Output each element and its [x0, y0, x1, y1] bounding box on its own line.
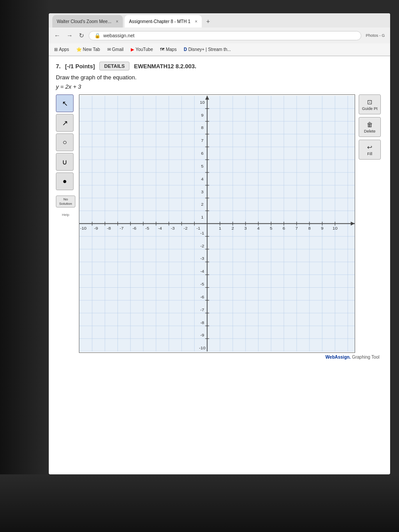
- svg-text:6: 6: [283, 226, 286, 231]
- point-tool[interactable]: ●: [56, 172, 74, 190]
- tab-assignment-label: Assignment-Chapter 8 - MTH 1: [129, 19, 190, 24]
- bookmark-gmail-label: Gmail: [112, 47, 124, 52]
- line-icon: ↗: [62, 119, 68, 127]
- svg-text:-8: -8: [107, 226, 111, 231]
- browser-chrome: Walter Cloud's Zoom Mee... × Assignment-…: [49, 13, 390, 56]
- forward-button[interactable]: →: [65, 31, 74, 40]
- svg-text:10: 10: [332, 226, 338, 231]
- gmail-icon: ✉: [107, 47, 111, 52]
- graph-tools: ↖ ↗ ○ ∪ ● NoSolution: [56, 94, 75, 353]
- points-label: [-/1 Points]: [65, 63, 95, 70]
- help-link[interactable]: Help: [62, 213, 69, 217]
- line-tool[interactable]: ↗: [56, 114, 74, 132]
- bookmarks-bar: ⊞ Apps ⭐ New Tab ✉ Gmail ▶ YouTube 🗺: [49, 43, 390, 56]
- delete-label: Delete: [364, 129, 376, 133]
- svg-text:-10: -10: [80, 226, 87, 231]
- guide-point-button[interactable]: ⊡ Guide Pt: [359, 94, 381, 114]
- refresh-button[interactable]: ↻: [77, 31, 86, 40]
- svg-text:10: 10: [200, 100, 205, 105]
- point-icon: ●: [63, 177, 67, 185]
- laptop-bezel: Walter Cloud's Zoom Mee... × Assignment-…: [0, 0, 399, 532]
- svg-text:7: 7: [201, 138, 203, 143]
- bookmark-youtube-label: YouTube: [136, 47, 153, 52]
- graph-grid[interactable]: -10 -9 -8 -7 -6 -5 -4 -3 -2 -1 1 2 3 4: [79, 94, 355, 353]
- bookmark-apps[interactable]: ⊞ Apps: [52, 47, 71, 52]
- bookmark-disney[interactable]: D Disney+ | Stream th...: [182, 47, 232, 52]
- svg-text:-6: -6: [200, 294, 204, 299]
- guide-point-label: Guide Pt: [362, 106, 377, 111]
- tab-assignment-close[interactable]: ×: [195, 19, 197, 24]
- svg-text:4: 4: [201, 176, 203, 181]
- svg-text:-7: -7: [120, 226, 124, 231]
- tab-assignment[interactable]: Assignment-Chapter 8 - MTH 1 ×: [125, 15, 202, 27]
- bookmark-maps[interactable]: 🗺 Maps: [158, 47, 178, 52]
- svg-text:8: 8: [308, 226, 311, 231]
- svg-text:5: 5: [270, 226, 273, 231]
- maps-icon: 🗺: [160, 47, 164, 52]
- bookmark-disney-label: Disney+ | Stream th...: [188, 47, 231, 52]
- webassign-brand: WebAssign.: [325, 355, 351, 360]
- tab-bar: Walter Cloud's Zoom Mee... × Assignment-…: [49, 13, 390, 27]
- svg-text:3: 3: [244, 226, 247, 231]
- url-box[interactable]: 🔒 webassign.net: [89, 31, 361, 40]
- fill-button[interactable]: ↩ Fill: [359, 140, 381, 160]
- bookmark-new-tab-label: New Tab: [83, 47, 100, 52]
- svg-text:-5: -5: [200, 282, 204, 286]
- svg-text:5: 5: [201, 164, 203, 168]
- left-bezel: [0, 0, 49, 532]
- bookmark-youtube[interactable]: ▶ YouTube: [129, 47, 155, 52]
- graph-area: ↖ ↗ ○ ∪ ● NoSolution: [56, 94, 383, 353]
- pointer-tool[interactable]: ↖: [56, 94, 74, 112]
- fill-icon: ↩: [367, 144, 372, 151]
- svg-text:-3: -3: [200, 256, 204, 261]
- svg-text:9: 9: [321, 226, 324, 231]
- photos-link: Photos - G: [364, 32, 387, 39]
- svg-text:-4: -4: [200, 269, 204, 274]
- youtube-icon: ▶: [131, 47, 134, 52]
- question-instruction: Draw the graph of the equation.: [56, 74, 383, 81]
- tab-zoom-close[interactable]: ×: [116, 19, 118, 24]
- bookmark-new-tab[interactable]: ⭐ New Tab: [74, 47, 102, 52]
- svg-text:6: 6: [201, 151, 203, 156]
- details-button[interactable]: DETAILS: [99, 62, 129, 70]
- delete-button[interactable]: 🗑 Delete: [359, 117, 381, 137]
- tool-name-label: Graphing Tool: [352, 355, 379, 360]
- circle-tool[interactable]: ○: [56, 133, 74, 151]
- svg-text:-1: -1: [196, 226, 200, 231]
- question-number: 7.: [56, 63, 61, 70]
- svg-text:-8: -8: [200, 320, 204, 325]
- svg-text:1: 1: [219, 226, 221, 231]
- back-button[interactable]: ←: [52, 31, 62, 40]
- equation-display: y = 2x + 3: [56, 83, 383, 90]
- problem-id: EWENMATH12 8.2.003.: [134, 63, 196, 70]
- pointer-icon: ↖: [62, 99, 68, 108]
- no-solution-button[interactable]: NoSolution: [56, 196, 75, 207]
- url-lock-icon: 🔒: [94, 33, 101, 39]
- bookmark-apps-label: Apps: [59, 47, 69, 52]
- curve-tool[interactable]: ∪: [56, 153, 74, 171]
- question-header: 7. [-/1 Points] DETAILS EWENMATH12 8.2.0…: [56, 62, 383, 70]
- star-icon: ⭐: [76, 47, 82, 52]
- svg-text:-6: -6: [133, 226, 137, 231]
- svg-text:-9: -9: [200, 332, 204, 337]
- guide-point-icon: ⊡: [367, 98, 372, 106]
- circle-icon: ○: [63, 138, 67, 146]
- grid-svg: -10 -9 -8 -7 -6 -5 -4 -3 -2 -1 1 2 3 4: [79, 95, 355, 352]
- svg-text:-2: -2: [200, 243, 204, 248]
- address-bar: ← → ↻ 🔒 webassign.net Photos - G: [49, 27, 390, 43]
- tab-zoom[interactable]: Walter Cloud's Zoom Mee... ×: [52, 15, 123, 27]
- bottom-bezel: [0, 474, 399, 532]
- browser-screen: Walter Cloud's Zoom Mee... × Assignment-…: [49, 13, 390, 474]
- fill-label: Fill: [367, 152, 372, 156]
- disney-icon: D: [184, 47, 187, 52]
- svg-text:-5: -5: [145, 226, 149, 231]
- bookmark-gmail[interactable]: ✉ Gmail: [106, 47, 125, 52]
- tab-zoom-label: Walter Cloud's Zoom Mee...: [57, 19, 111, 24]
- url-text: webassign.net: [103, 33, 134, 38]
- svg-text:-1: -1: [200, 231, 204, 235]
- svg-text:-3: -3: [171, 226, 175, 231]
- svg-text:3: 3: [201, 189, 203, 194]
- svg-text:2: 2: [231, 226, 234, 231]
- new-tab-button[interactable]: +: [203, 17, 212, 26]
- webassign-footer: WebAssign. Graphing Tool: [56, 355, 383, 360]
